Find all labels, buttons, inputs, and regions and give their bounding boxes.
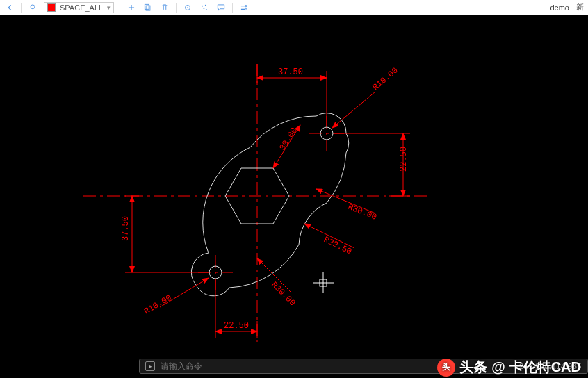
user-label[interactable]: demo bbox=[550, 3, 569, 12]
svg-point-5 bbox=[202, 5, 203, 6]
svg-text:R10.00: R10.00 bbox=[371, 66, 400, 93]
back-icon[interactable] bbox=[4, 2, 15, 13]
svg-point-8 bbox=[206, 9, 207, 10]
svg-point-6 bbox=[205, 4, 206, 6]
copy-icon[interactable] bbox=[142, 2, 154, 13]
svg-point-0 bbox=[31, 4, 35, 8]
top-toolbar: SPACE_ALL ▾ demo 新 bbox=[0, 0, 588, 15]
svg-text:R30.00: R30.00 bbox=[347, 202, 378, 222]
dim-bottom-linear: 22.50 bbox=[215, 279, 257, 338]
add-icon[interactable] bbox=[126, 2, 137, 13]
svg-text:R10.00: R10.00 bbox=[142, 293, 173, 317]
layer-color-swatch bbox=[47, 3, 56, 12]
dim-top-linear: 37.50 bbox=[257, 64, 327, 126]
target-icon[interactable] bbox=[182, 2, 193, 13]
dim-hex: 30.00 bbox=[273, 125, 300, 168]
drawing-canvas[interactable]: 37.50 R10.00 22.50 R30.00 R22. bbox=[0, 15, 588, 378]
dim-bottom-radius: R10.00 bbox=[142, 278, 209, 316]
chevron-down-icon: ▾ bbox=[107, 4, 111, 11]
command-input[interactable] bbox=[161, 361, 313, 371]
cursor-crosshair bbox=[313, 272, 334, 293]
separator bbox=[21, 3, 22, 13]
dim-r22: R22.50 bbox=[304, 224, 354, 257]
svg-text:22.50: 22.50 bbox=[224, 321, 249, 331]
svg-point-7 bbox=[204, 8, 205, 9]
dim-r30-lower: R30.00 bbox=[257, 258, 297, 308]
svg-text:R22.50: R22.50 bbox=[322, 235, 353, 257]
delete-icon[interactable] bbox=[159, 2, 170, 13]
svg-point-10 bbox=[245, 8, 247, 10]
svg-line-24 bbox=[332, 92, 375, 128]
separator bbox=[176, 3, 177, 13]
svg-text:37.50: 37.50 bbox=[278, 67, 303, 77]
svg-rect-2 bbox=[145, 4, 149, 9]
bulb-icon[interactable] bbox=[27, 2, 38, 13]
svg-text:37.50: 37.50 bbox=[121, 216, 131, 241]
cursor-coordinates: 215.390,114.965 bbox=[519, 362, 582, 370]
dim-top-radius: R10.00 bbox=[332, 66, 400, 128]
new-action[interactable]: 新 bbox=[576, 2, 584, 13]
dim-r30-upper: R30.00 bbox=[316, 189, 378, 222]
layer-name: SPACE_ALL bbox=[60, 3, 103, 12]
svg-rect-1 bbox=[146, 6, 150, 10]
layer-selector[interactable]: SPACE_ALL ▾ bbox=[44, 2, 114, 13]
chat-icon[interactable] bbox=[215, 2, 227, 13]
svg-point-4 bbox=[187, 7, 188, 8]
scatter-icon[interactable] bbox=[199, 2, 210, 13]
settings-icon[interactable] bbox=[238, 2, 250, 13]
command-bar: ▸ 215.390,114.965 bbox=[139, 359, 588, 374]
command-icon[interactable]: ▸ bbox=[145, 361, 155, 371]
svg-text:22.50: 22.50 bbox=[399, 147, 409, 172]
separator bbox=[120, 3, 120, 13]
separator bbox=[232, 3, 233, 13]
svg-point-9 bbox=[245, 5, 247, 6]
svg-text:30.00: 30.00 bbox=[278, 126, 300, 152]
